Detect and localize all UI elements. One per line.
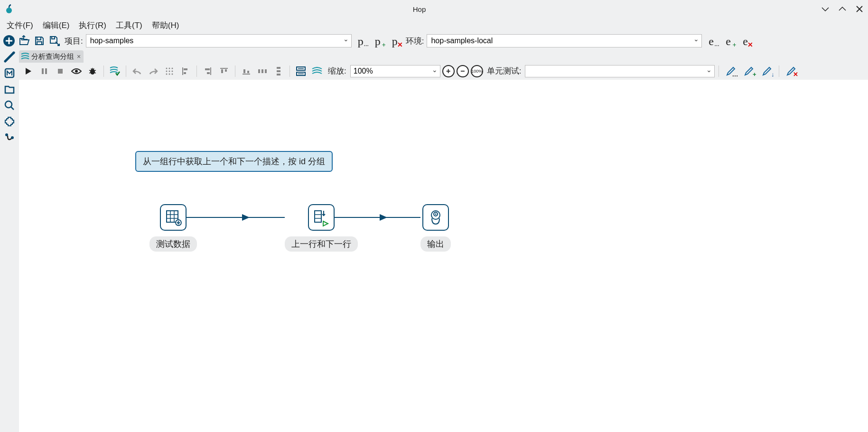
hop-2-3-arrow (380, 214, 387, 221)
zoom-label: 缩放: (326, 66, 348, 76)
env-label: 环境: (404, 36, 426, 47)
close-button[interactable] (855, 4, 864, 14)
env-delete-button[interactable]: e✕ (737, 34, 753, 48)
preview-button[interactable] (69, 64, 84, 78)
svg-point-0 (6, 8, 12, 13)
zoom-100-button[interactable]: 100% (471, 65, 483, 77)
save-as-button[interactable] (47, 34, 62, 48)
tab-close-button[interactable]: × (77, 53, 81, 60)
svg-rect-28 (258, 69, 260, 73)
project-delete-button[interactable]: p✕ (387, 34, 403, 48)
main-toolbar: 项目: p… p+ p✕ 环境: e… e+ e✕ (0, 32, 868, 49)
pipeline-icon-button[interactable] (310, 64, 324, 78)
svg-rect-6 (42, 68, 44, 74)
svg-rect-21 (184, 72, 186, 74)
maximize-button[interactable] (838, 4, 847, 14)
pipeline-check-button[interactable] (108, 64, 122, 78)
svg-rect-22 (205, 68, 210, 70)
svg-rect-30 (265, 69, 267, 73)
node-output[interactable]: 输出 (420, 204, 451, 252)
align-right-button[interactable] (201, 64, 215, 78)
project-select[interactable] (86, 34, 352, 47)
svg-point-19 (172, 73, 173, 75)
svg-point-14 (166, 70, 168, 72)
svg-rect-32 (277, 70, 280, 72)
node-label: 测试数据 (149, 236, 197, 252)
svg-point-15 (169, 70, 170, 72)
svg-point-16 (172, 70, 173, 72)
svg-rect-24 (221, 69, 223, 73)
perspective-file-explorer[interactable] (3, 83, 16, 96)
pipeline-icon (21, 52, 29, 61)
distribute-h-button[interactable] (255, 64, 270, 78)
pipeline-canvas[interactable]: 从一组行中获取上一个和下一个描述，按 id 分组 测试数据 上一行和下一行 (19, 80, 868, 432)
show-execution-results-button[interactable] (294, 64, 308, 78)
unit-test-label: 单元测试: (485, 66, 523, 76)
analytic-query-icon (308, 204, 335, 231)
delete-test-button[interactable]: ✕ (783, 65, 799, 78)
open-button[interactable] (17, 34, 31, 48)
stop-button[interactable] (53, 64, 67, 78)
menu-edit[interactable]: 编辑(E) (38, 18, 75, 33)
editor-toolbar: 缩放: + − 100% 单元测试: … + ↓ ✕ (19, 63, 868, 80)
zoom-out-button[interactable]: − (457, 65, 469, 77)
align-top-button[interactable] (217, 64, 231, 78)
save-button[interactable] (32, 34, 47, 48)
menu-help[interactable]: 帮助(H) (147, 18, 184, 33)
tabstrip: 分析查询分组 × (19, 49, 868, 63)
menu-file[interactable]: 文件(F) (2, 18, 38, 33)
env-select[interactable] (427, 34, 702, 47)
align-bottom-button[interactable] (239, 64, 253, 78)
node-label: 输出 (420, 236, 451, 252)
node-prev-next-row[interactable]: 上一行和下一行 (285, 204, 358, 252)
distribute-v-button[interactable] (271, 64, 286, 78)
canvas-note[interactable]: 从一组行中获取上一个和下一个描述，按 id 分组 (135, 151, 333, 172)
perspective-data-orchestration[interactable] (3, 50, 16, 64)
perspective-sidebar (0, 49, 19, 432)
project-edit-button[interactable]: p… (353, 34, 369, 48)
titlebar: Hop (0, 0, 868, 18)
tab-pipeline[interactable]: 分析查询分组 × (19, 50, 84, 63)
perspective-metadata[interactable] (3, 66, 16, 80)
app-icon (4, 4, 14, 14)
minimize-button[interactable] (821, 4, 830, 14)
download-test-button[interactable]: ↓ (759, 65, 775, 78)
env-add-button[interactable]: e+ (720, 34, 736, 48)
svg-point-13 (172, 67, 173, 69)
new-button[interactable] (2, 34, 16, 48)
perspective-plugins[interactable] (3, 115, 16, 128)
svg-rect-31 (277, 67, 280, 69)
menu-tools[interactable]: 工具(T) (111, 18, 147, 33)
node-test-data[interactable]: 测试数据 (149, 204, 197, 252)
env-edit-button[interactable]: e… (703, 34, 719, 48)
svg-rect-26 (243, 69, 245, 73)
unit-test-input[interactable] (525, 65, 715, 77)
node-label: 上一行和下一行 (285, 236, 358, 252)
project-add-button[interactable]: p+ (370, 34, 386, 48)
window-controls (821, 4, 864, 14)
run-button[interactable] (21, 64, 35, 78)
perspective-neo4j[interactable] (3, 131, 16, 144)
svg-point-18 (169, 73, 170, 75)
svg-rect-7 (45, 68, 47, 74)
svg-rect-27 (247, 71, 249, 73)
redo-button[interactable] (146, 64, 160, 78)
perspective-search[interactable] (3, 99, 16, 112)
svg-point-11 (166, 67, 168, 69)
menu-run[interactable]: 执行(R) (74, 18, 111, 33)
snap-grid-button[interactable] (162, 64, 177, 78)
svg-point-10 (90, 69, 95, 75)
dummy-icon (422, 204, 449, 231)
svg-rect-33 (277, 74, 280, 75)
pause-button[interactable] (37, 64, 51, 78)
svg-rect-25 (225, 69, 227, 72)
tab-title: 分析查询分组 (31, 52, 74, 61)
edit-test-button[interactable]: … (723, 65, 739, 78)
add-test-button[interactable]: + (741, 65, 757, 78)
window-title: Hop (18, 5, 821, 13)
debug-button[interactable] (85, 64, 100, 78)
undo-button[interactable] (130, 64, 144, 78)
zoom-in-button[interactable]: + (442, 65, 455, 77)
align-left-button[interactable] (178, 64, 193, 78)
zoom-input[interactable] (350, 65, 440, 77)
